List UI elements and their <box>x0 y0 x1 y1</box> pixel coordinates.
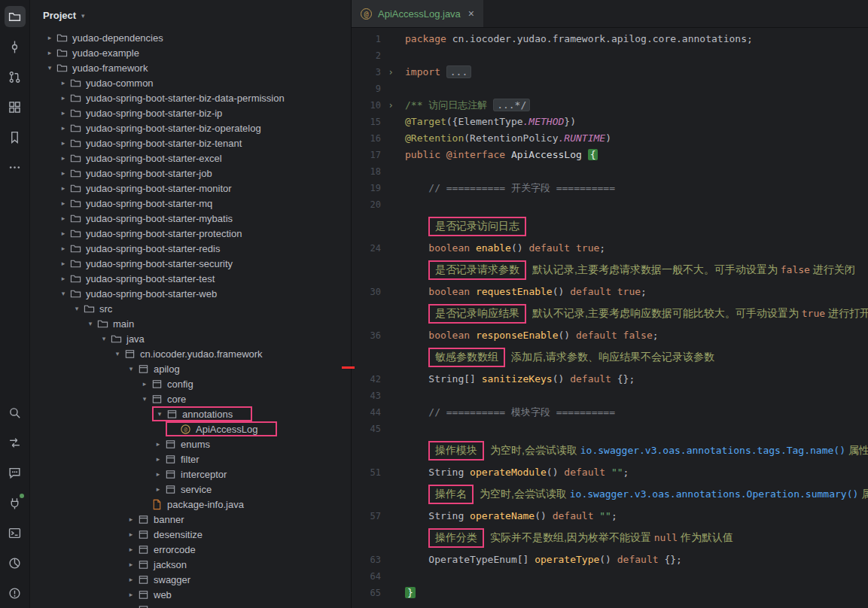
code-text[interactable] <box>400 421 405 437</box>
code-text[interactable]: boolean requestEnable() default true; <box>400 284 647 300</box>
search-icon[interactable] <box>0 397 30 427</box>
tree-chevron-icon[interactable]: ▸ <box>57 139 69 147</box>
editor-tab-apiaccesslog[interactable]: @ ApiAccessLog.java × <box>352 0 483 27</box>
tree-item-yudao-framework[interactable]: ▾yudao-framework <box>30 60 351 75</box>
line-number[interactable]: 9 <box>352 81 381 97</box>
commit-icon[interactable] <box>0 32 30 62</box>
code-text[interactable] <box>400 388 405 404</box>
profiler-icon[interactable] <box>0 548 30 578</box>
tree-item-interceptor[interactable]: ▸interceptor <box>30 467 351 482</box>
tree-item-yudao-spring-boot-starter-mybatis[interactable]: ▸yudao-spring-boot-starter-mybatis <box>30 211 351 226</box>
chevron-down-icon[interactable]: ▾ <box>81 11 85 20</box>
code-text[interactable]: import ... <box>400 64 471 81</box>
tree-item-yudao-spring-boot-starter-security[interactable]: ▸yudao-spring-boot-starter-security <box>30 256 351 271</box>
structure-icon[interactable] <box>0 92 30 122</box>
code-text[interactable] <box>400 196 405 213</box>
line-number[interactable]: 64 <box>352 568 381 585</box>
code-text[interactable]: OperateTypeEnum[] operateType() default … <box>400 552 682 568</box>
tree-item-errorcode[interactable]: ▸errorcode <box>30 542 351 557</box>
tab-close-icon[interactable]: × <box>468 8 474 20</box>
tree-chevron-icon[interactable]: ▾ <box>154 410 166 418</box>
code-text[interactable]: boolean responseEnable() default false; <box>400 327 659 344</box>
code-text[interactable]: String operateModule() default ""; <box>400 464 629 481</box>
tree-chevron-icon[interactable]: ▾ <box>71 305 83 312</box>
ai-assistant-icon[interactable] <box>0 458 30 488</box>
tree-item-web[interactable]: ▸web <box>30 587 351 602</box>
project-icon[interactable] <box>0 2 30 32</box>
tree-chevron-icon[interactable]: ▸ <box>57 199 69 207</box>
run-icon[interactable] <box>0 427 30 458</box>
line-number[interactable]: 36 <box>352 327 381 344</box>
tree-item-config[interactable]: ▸config <box>30 376 351 391</box>
tree-item-main[interactable]: ▾main <box>30 316 351 331</box>
tree-chevron-icon[interactable]: ▸ <box>44 34 56 41</box>
tree-chevron-icon[interactable]: ▸ <box>57 275 69 282</box>
tree-item-package-info-java[interactable]: package-info.java <box>30 497 351 512</box>
code-text[interactable]: String[] sanitizeKeys() default {}; <box>400 371 635 388</box>
pull-requests-icon[interactable] <box>0 62 30 92</box>
tree-chevron-icon[interactable]: ▸ <box>125 515 137 523</box>
line-number[interactable]: 65 <box>352 585 381 601</box>
tree-chevron-icon[interactable]: ▾ <box>139 395 151 403</box>
tree-chevron-icon[interactable]: ▸ <box>125 561 137 568</box>
tree-chevron-icon[interactable]: ▸ <box>152 455 164 463</box>
tree-chevron-icon[interactable]: ▸ <box>57 109 69 117</box>
tree-chevron-icon[interactable]: ▾ <box>44 64 56 71</box>
tree-item-yudao-spring-boot-starter-biz-data-permission[interactable]: ▸yudao-spring-boot-starter-biz-data-perm… <box>30 90 351 105</box>
tree-chevron-icon[interactable]: ▸ <box>57 154 69 162</box>
tree-item-yudao-spring-boot-starter-biz-ip[interactable]: ▸yudao-spring-boot-starter-biz-ip <box>30 105 351 120</box>
tree-chevron-icon[interactable]: ▾ <box>111 350 123 357</box>
line-number[interactable]: 45 <box>352 421 381 437</box>
tree-item-core[interactable]: ▾core <box>30 391 351 406</box>
line-number[interactable]: 24 <box>352 240 381 257</box>
tree-item-yudao-spring-boot-starter-web[interactable]: ▾yudao-spring-boot-starter-web <box>30 286 351 301</box>
tree-item-annotations[interactable]: ▾annotations <box>30 406 351 421</box>
tree-item-desensitize[interactable]: ▸desensitize <box>30 527 351 542</box>
tree-item-cn-iocoder-yudao-framework[interactable]: ▾cn.iocoder.yudao.framework <box>30 346 351 361</box>
code-text[interactable] <box>400 47 405 64</box>
tree-item-yudao-spring-boot-starter-test[interactable]: ▸yudao-spring-boot-starter-test <box>30 271 351 286</box>
code-text[interactable]: package cn.iocoder.yudao.framework.apilo… <box>400 31 753 47</box>
fold-marker-icon[interactable]: › <box>381 97 400 114</box>
tree-item-filter[interactable]: ▸filter <box>30 451 351 467</box>
code-text[interactable]: @Retention(RetentionPolicy.RUNTIME) <box>400 130 611 147</box>
line-number[interactable]: 17 <box>352 147 381 163</box>
tree-item-yudao-example[interactable]: ▸yudao-example <box>30 45 351 60</box>
code-text[interactable]: public @interface ApiAccessLog { <box>400 147 598 163</box>
tree-chevron-icon[interactable]: ▸ <box>57 184 69 192</box>
tree-item-swagger[interactable]: ▸swagger <box>30 572 351 587</box>
tree-item-yudao-spring-boot-starter-job[interactable]: ▸yudao-spring-boot-starter-job <box>30 166 351 181</box>
line-number[interactable]: 10 <box>352 97 381 114</box>
code-text[interactable] <box>400 568 405 585</box>
tree-chevron-icon[interactable]: ▸ <box>125 591 137 598</box>
line-number[interactable]: 43 <box>352 388 381 404</box>
code-text[interactable] <box>400 163 405 180</box>
tree-chevron-icon[interactable]: ▸ <box>57 124 69 132</box>
line-number[interactable]: 1 <box>352 31 381 47</box>
code-text[interactable]: @Target({ElementType.METHOD}) <box>400 114 576 130</box>
services-icon[interactable] <box>0 488 30 518</box>
tree-chevron-icon[interactable]: ▸ <box>57 79 69 87</box>
code-text[interactable]: // ========== 开关字段 ========== <box>400 180 615 196</box>
tree-item-banner[interactable]: ▸banner <box>30 512 351 527</box>
code-text[interactable]: boolean enable() default true; <box>400 240 605 257</box>
line-number[interactable]: 18 <box>352 163 381 180</box>
tree-item-java[interactable]: ▾java <box>30 331 351 346</box>
tree-chevron-icon[interactable]: ▾ <box>98 335 110 342</box>
tree-item-apiaccesslog[interactable]: @ApiAccessLog <box>30 421 351 436</box>
code-text[interactable]: /** 访问日志注解 ...*/ <box>400 97 530 114</box>
tree-chevron-icon[interactable]: ▸ <box>57 260 69 267</box>
tree-chevron-icon[interactable]: ▸ <box>57 214 69 222</box>
tree-chevron-icon[interactable]: ▾ <box>57 290 69 297</box>
code-text[interactable]: String operateName() default ""; <box>400 508 617 524</box>
line-number[interactable]: 57 <box>352 508 381 524</box>
terminal-icon[interactable] <box>0 518 30 548</box>
line-number[interactable]: 51 <box>352 464 381 481</box>
line-number[interactable]: 19 <box>352 180 381 196</box>
tree-chevron-icon[interactable]: ▸ <box>152 440 164 448</box>
tree-chevron-icon[interactable]: ▸ <box>152 470 164 478</box>
code-area[interactable]: 1package cn.iocoder.yudao.framework.apil… <box>352 28 868 608</box>
tree-item-yudao-dependencies[interactable]: ▸yudao-dependencies <box>30 30 351 45</box>
line-number[interactable]: 2 <box>352 47 381 64</box>
tree-item-yudao-spring-boot-starter-biz-tenant[interactable]: ▸yudao-spring-boot-starter-biz-tenant <box>30 135 351 150</box>
